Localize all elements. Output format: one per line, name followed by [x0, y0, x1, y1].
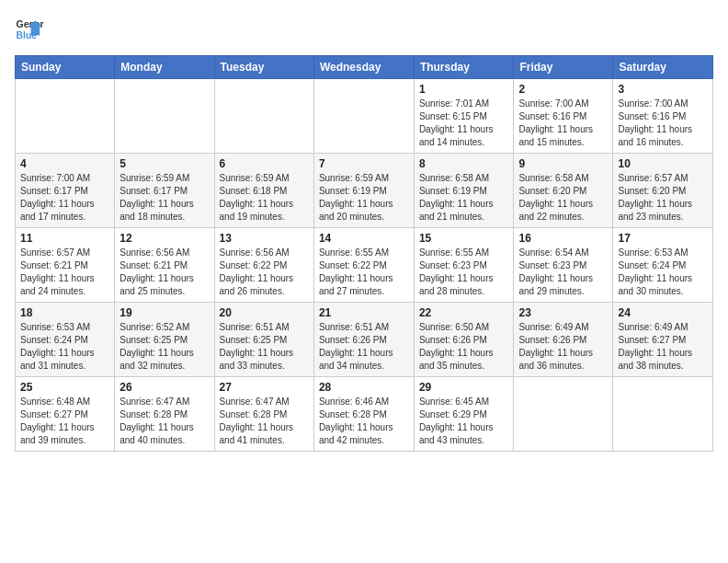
day-info: Sunrise: 6:54 AM Sunset: 6:23 PM Dayligh…	[518, 247, 608, 298]
day-info: Sunrise: 6:45 AM Sunset: 6:29 PM Dayligh…	[419, 396, 509, 447]
day-info: Sunrise: 6:51 AM Sunset: 6:25 PM Dayligh…	[220, 321, 309, 373]
day-number: 2	[518, 83, 608, 96]
calendar-cell: 29Sunrise: 6:45 AM Sunset: 6:29 PM Dayli…	[414, 377, 514, 452]
calendar-week-2: 4Sunrise: 7:00 AM Sunset: 6:17 PM Daylig…	[16, 154, 713, 228]
calendar-cell: 28Sunrise: 6:46 AM Sunset: 6:28 PM Dayli…	[313, 377, 414, 452]
day-number: 12	[119, 232, 209, 245]
calendar-cell: 15Sunrise: 6:55 AM Sunset: 6:23 PM Dayli…	[414, 228, 514, 303]
calendar-cell: 17Sunrise: 6:53 AM Sunset: 6:24 PM Dayli…	[613, 228, 713, 303]
day-number: 9	[518, 157, 608, 170]
calendar-week-3: 11Sunrise: 6:57 AM Sunset: 6:21 PM Dayli…	[16, 228, 713, 303]
day-number: 25	[20, 381, 109, 394]
day-number: 20	[220, 306, 309, 319]
day-info: Sunrise: 7:01 AM Sunset: 6:15 PM Dayligh…	[419, 98, 509, 149]
column-header-monday: Monday	[115, 56, 214, 79]
column-header-tuesday: Tuesday	[214, 56, 313, 79]
day-number: 19	[119, 306, 209, 319]
day-info: Sunrise: 6:58 AM Sunset: 6:19 PM Dayligh…	[419, 172, 509, 224]
day-number: 4	[20, 157, 109, 170]
calendar-cell: 8Sunrise: 6:58 AM Sunset: 6:19 PM Daylig…	[414, 154, 514, 228]
day-info: Sunrise: 7:00 AM Sunset: 6:16 PM Dayligh…	[518, 98, 608, 149]
calendar-cell: 18Sunrise: 6:53 AM Sunset: 6:24 PM Dayli…	[16, 303, 115, 377]
day-info: Sunrise: 7:00 AM Sunset: 6:17 PM Dayligh…	[20, 172, 109, 224]
day-info: Sunrise: 6:47 AM Sunset: 6:28 PM Dayligh…	[220, 396, 309, 447]
day-number: 14	[319, 232, 409, 245]
calendar-cell: 7Sunrise: 6:59 AM Sunset: 6:19 PM Daylig…	[313, 154, 414, 228]
day-number: 13	[220, 232, 309, 245]
day-info: Sunrise: 6:48 AM Sunset: 6:27 PM Dayligh…	[20, 396, 109, 447]
day-number: 22	[419, 306, 509, 319]
calendar-cell: 22Sunrise: 6:50 AM Sunset: 6:26 PM Dayli…	[414, 303, 514, 377]
day-info: Sunrise: 6:59 AM Sunset: 6:19 PM Dayligh…	[319, 172, 409, 224]
day-info: Sunrise: 6:57 AM Sunset: 6:21 PM Dayligh…	[20, 247, 109, 298]
calendar-table: SundayMondayTuesdayWednesdayThursdayFrid…	[15, 55, 713, 452]
day-number: 26	[119, 381, 209, 394]
calendar-cell: 4Sunrise: 7:00 AM Sunset: 6:17 PM Daylig…	[16, 154, 115, 228]
calendar-cell: 10Sunrise: 6:57 AM Sunset: 6:20 PM Dayli…	[613, 154, 713, 228]
day-number: 23	[518, 306, 608, 319]
calendar-cell: 13Sunrise: 6:56 AM Sunset: 6:22 PM Dayli…	[214, 228, 313, 303]
calendar-cell: 26Sunrise: 6:47 AM Sunset: 6:28 PM Dayli…	[115, 377, 214, 452]
calendar-cell: 27Sunrise: 6:47 AM Sunset: 6:28 PM Dayli…	[214, 377, 313, 452]
calendar-cell	[613, 377, 713, 452]
calendar-cell: 6Sunrise: 6:59 AM Sunset: 6:18 PM Daylig…	[214, 154, 313, 228]
calendar-cell: 19Sunrise: 6:52 AM Sunset: 6:25 PM Dayli…	[115, 303, 214, 377]
day-number: 21	[319, 306, 409, 319]
calendar-cell: 16Sunrise: 6:54 AM Sunset: 6:23 PM Dayli…	[514, 228, 613, 303]
column-header-friday: Friday	[514, 56, 613, 79]
column-header-saturday: Saturday	[613, 56, 713, 79]
day-info: Sunrise: 6:47 AM Sunset: 6:28 PM Dayligh…	[119, 396, 209, 447]
day-number: 3	[618, 83, 708, 96]
day-info: Sunrise: 6:52 AM Sunset: 6:25 PM Dayligh…	[119, 321, 209, 373]
calendar-cell: 20Sunrise: 6:51 AM Sunset: 6:25 PM Dayli…	[214, 303, 313, 377]
day-info: Sunrise: 6:55 AM Sunset: 6:22 PM Dayligh…	[319, 247, 409, 298]
day-number: 24	[618, 306, 708, 319]
calendar-cell	[115, 79, 214, 154]
calendar-week-4: 18Sunrise: 6:53 AM Sunset: 6:24 PM Dayli…	[16, 303, 713, 377]
logo-icon: General Blue	[15, 15, 44, 44]
day-info: Sunrise: 6:46 AM Sunset: 6:28 PM Dayligh…	[319, 396, 409, 447]
calendar-cell: 23Sunrise: 6:49 AM Sunset: 6:26 PM Dayli…	[514, 303, 613, 377]
day-info: Sunrise: 6:53 AM Sunset: 6:24 PM Dayligh…	[20, 321, 109, 373]
day-number: 27	[220, 381, 309, 394]
day-info: Sunrise: 6:51 AM Sunset: 6:26 PM Dayligh…	[319, 321, 409, 373]
day-info: Sunrise: 6:49 AM Sunset: 6:27 PM Dayligh…	[618, 321, 708, 373]
day-number: 1	[419, 83, 509, 96]
day-number: 6	[220, 157, 309, 170]
calendar-header-row: SundayMondayTuesdayWednesdayThursdayFrid…	[16, 56, 713, 79]
day-info: Sunrise: 6:49 AM Sunset: 6:26 PM Dayligh…	[518, 321, 608, 373]
day-number: 10	[618, 157, 708, 170]
day-info: Sunrise: 6:56 AM Sunset: 6:21 PM Dayligh…	[119, 247, 209, 298]
calendar-cell: 24Sunrise: 6:49 AM Sunset: 6:27 PM Dayli…	[613, 303, 713, 377]
calendar-cell	[214, 79, 313, 154]
day-number: 7	[319, 157, 409, 170]
calendar-cell	[514, 377, 613, 452]
day-number: 29	[419, 381, 509, 394]
day-info: Sunrise: 7:00 AM Sunset: 6:16 PM Dayligh…	[618, 98, 708, 149]
calendar-cell: 2Sunrise: 7:00 AM Sunset: 6:16 PM Daylig…	[514, 79, 613, 154]
day-info: Sunrise: 6:58 AM Sunset: 6:20 PM Dayligh…	[518, 172, 608, 224]
column-header-thursday: Thursday	[414, 56, 514, 79]
day-info: Sunrise: 6:50 AM Sunset: 6:26 PM Dayligh…	[419, 321, 509, 373]
calendar-cell	[16, 79, 115, 154]
calendar-cell: 1Sunrise: 7:01 AM Sunset: 6:15 PM Daylig…	[414, 79, 514, 154]
logo: General Blue	[15, 15, 44, 44]
calendar-cell	[313, 79, 414, 154]
calendar-cell: 21Sunrise: 6:51 AM Sunset: 6:26 PM Dayli…	[313, 303, 414, 377]
calendar-cell: 3Sunrise: 7:00 AM Sunset: 6:16 PM Daylig…	[613, 79, 713, 154]
calendar-cell: 5Sunrise: 6:59 AM Sunset: 6:17 PM Daylig…	[115, 154, 214, 228]
calendar-cell: 25Sunrise: 6:48 AM Sunset: 6:27 PM Dayli…	[16, 377, 115, 452]
page-header: General Blue	[15, 15, 713, 44]
calendar-week-1: 1Sunrise: 7:01 AM Sunset: 6:15 PM Daylig…	[16, 79, 713, 154]
day-info: Sunrise: 6:55 AM Sunset: 6:23 PM Dayligh…	[419, 247, 509, 298]
day-info: Sunrise: 6:59 AM Sunset: 6:18 PM Dayligh…	[220, 172, 309, 224]
day-number: 8	[419, 157, 509, 170]
calendar-cell: 9Sunrise: 6:58 AM Sunset: 6:20 PM Daylig…	[514, 154, 613, 228]
day-number: 17	[618, 232, 708, 245]
day-number: 15	[419, 232, 509, 245]
calendar-cell: 12Sunrise: 6:56 AM Sunset: 6:21 PM Dayli…	[115, 228, 214, 303]
day-number: 16	[518, 232, 608, 245]
day-info: Sunrise: 6:56 AM Sunset: 6:22 PM Dayligh…	[220, 247, 309, 298]
day-number: 11	[20, 232, 109, 245]
day-number: 18	[20, 306, 109, 319]
